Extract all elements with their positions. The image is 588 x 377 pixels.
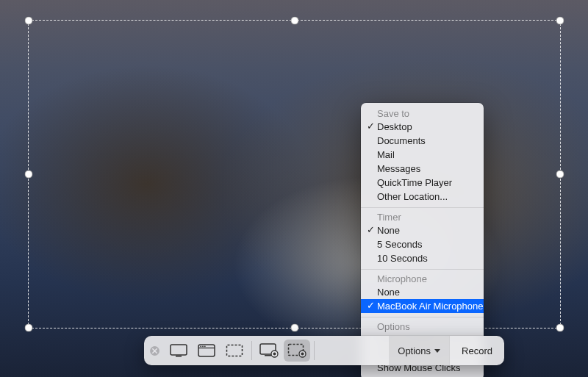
menu-item-other-location[interactable]: Other Location... xyxy=(361,190,484,204)
capture-selected-window-button[interactable] xyxy=(193,340,220,362)
chevron-down-icon xyxy=(434,349,440,353)
resize-handle-top-right[interactable] xyxy=(556,17,564,25)
menu-item-timer-5s[interactable]: 5 Seconds xyxy=(361,237,484,251)
menu-section-timer: Timer ✓None 5 Seconds 10 Seconds xyxy=(361,207,484,268)
toolbar-separator xyxy=(314,341,315,360)
screenshot-toolbar: Options Record xyxy=(144,336,504,365)
menu-item-quicktime[interactable]: QuickTime Player xyxy=(361,176,484,190)
svg-rect-1 xyxy=(171,345,187,355)
screen-icon xyxy=(170,344,187,357)
record-selected-portion-button[interactable] xyxy=(284,340,310,362)
svg-point-12 xyxy=(273,353,276,356)
resize-handle-middle-right[interactable] xyxy=(556,170,564,179)
record-button-label: Record xyxy=(462,345,492,356)
window-icon xyxy=(198,344,215,357)
options-button-label: Options xyxy=(398,345,431,356)
menu-item-mail[interactable]: Mail xyxy=(361,148,484,162)
svg-point-7 xyxy=(204,345,206,347)
menu-item-mic-none[interactable]: None xyxy=(361,285,484,299)
svg-rect-2 xyxy=(176,356,182,357)
menu-item-desktop[interactable]: ✓Desktop xyxy=(361,120,484,134)
svg-rect-8 xyxy=(227,345,243,356)
resize-handle-middle-left[interactable] xyxy=(25,170,33,179)
resize-handle-bottom-right[interactable] xyxy=(556,324,564,332)
capture-entire-screen-button[interactable] xyxy=(165,340,192,362)
record-screen-icon xyxy=(259,343,279,358)
options-button[interactable]: Options xyxy=(389,336,449,365)
checkmark-icon: ✓ xyxy=(365,120,376,132)
menu-section-title: Timer xyxy=(361,211,484,223)
selection-icon xyxy=(226,344,243,357)
capture-selected-portion-button[interactable] xyxy=(221,340,248,362)
toolbar-separator xyxy=(251,341,252,360)
menu-section-save: Save to ✓Desktop Documents Mail Messages… xyxy=(361,106,484,206)
checkmark-icon: ✓ xyxy=(365,223,376,236)
resize-handle-bottom-center[interactable] xyxy=(290,324,298,332)
menu-item-messages[interactable]: Messages xyxy=(361,162,484,176)
svg-point-15 xyxy=(301,353,304,356)
record-button[interactable]: Record xyxy=(449,336,504,365)
record-entire-screen-button[interactable] xyxy=(256,340,282,362)
menu-item-timer-none[interactable]: ✓None xyxy=(361,223,484,237)
svg-rect-10 xyxy=(265,355,271,356)
resize-handle-bottom-left[interactable] xyxy=(25,324,33,332)
close-icon xyxy=(149,345,160,356)
menu-section-title: Save to xyxy=(361,107,484,120)
resize-handle-top-center[interactable] xyxy=(290,17,298,25)
checkmark-icon: ✓ xyxy=(365,299,376,312)
menu-section-title: Options xyxy=(361,320,484,333)
svg-point-6 xyxy=(202,345,204,347)
menu-item-timer-10s[interactable]: 10 Seconds xyxy=(361,251,484,265)
desktop-wallpaper xyxy=(0,0,588,377)
menu-item-mic-macbook-air[interactable]: ✓MacBook Air Microphone xyxy=(361,299,484,313)
menu-section-microphone: Microphone None ✓MacBook Air Microphone xyxy=(361,269,484,315)
close-button[interactable] xyxy=(144,345,165,356)
resize-handle-top-left[interactable] xyxy=(25,17,33,25)
menu-section-title: Microphone xyxy=(361,273,484,285)
record-selection-icon xyxy=(287,343,306,358)
menu-item-documents[interactable]: Documents xyxy=(361,134,484,148)
svg-point-5 xyxy=(200,345,201,347)
